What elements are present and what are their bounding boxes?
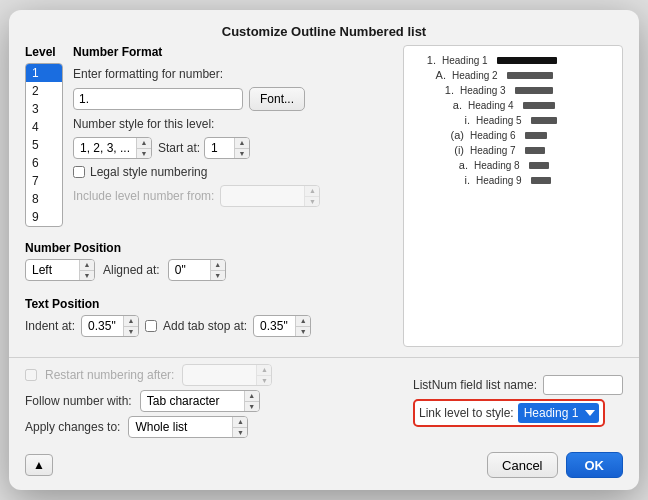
legal-numbering-checkbox[interactable] [73, 166, 85, 178]
style-select-display: 1, 2, 3, ... [74, 141, 136, 155]
preview-item-6: (a) Heading 6 [414, 129, 612, 141]
level-item-3[interactable]: 3 [26, 100, 62, 118]
format-input[interactable] [73, 88, 243, 110]
include-level-down: ▼ [305, 197, 319, 208]
preview-bar-2 [507, 72, 553, 79]
apply-up[interactable]: ▲ [233, 416, 247, 428]
include-level-spinner: ▲ ▼ [304, 185, 319, 207]
style-spinner-up[interactable]: ▲ [137, 137, 151, 149]
follow-label: Follow number with: [25, 394, 132, 408]
listnum-input[interactable] [543, 375, 623, 395]
start-at-spinner: ▲ ▼ [234, 137, 249, 159]
text-position-section: Text Position Indent at: 0.35" ▲ ▼ Add t… [25, 297, 393, 337]
number-format-label: Number Format [73, 45, 393, 59]
level-item-5[interactable]: 5 [26, 136, 62, 154]
indent-down[interactable]: ▼ [124, 327, 138, 338]
include-level-up: ▲ [305, 185, 319, 197]
follow-up[interactable]: ▲ [245, 390, 259, 402]
preview-bar-7 [525, 147, 545, 154]
preview-number-3: 1. [436, 84, 454, 96]
level-item-9[interactable]: 9 [26, 208, 62, 226]
add-tab-down[interactable]: ▼ [296, 327, 310, 338]
add-tab-checkbox[interactable] [145, 320, 157, 332]
apply-select[interactable]: Whole list ▲ ▼ [128, 416, 248, 438]
aligned-up[interactable]: ▲ [211, 259, 225, 271]
style-label: Number style for this level: [73, 117, 214, 131]
footer: ▲ Cancel OK [9, 444, 639, 490]
position-up[interactable]: ▲ [80, 259, 94, 271]
follow-row: Follow number with: Tab character ▲ ▼ [25, 390, 403, 412]
footer-left: ▲ [25, 454, 53, 476]
preview-item-3: 1. Heading 3 [414, 84, 612, 96]
preview-bar-6 [525, 132, 547, 139]
text-position-row: Indent at: 0.35" ▲ ▼ Add tab stop at: 0.… [25, 315, 393, 337]
indent-spinner: ▲ ▼ [123, 315, 138, 337]
follow-value: Tab character [141, 394, 244, 408]
restart-select: ▲ ▼ [182, 364, 272, 386]
aligned-input-wrapper: 0" ▲ ▼ [168, 259, 226, 281]
left-panel: Level 1 2 3 4 5 6 7 8 9 Number F [25, 45, 393, 347]
style-select-wrapper: 1, 2, 3, ... ▲ ▼ [73, 137, 152, 159]
restart-label: Restart numbering after: [45, 368, 174, 382]
level-item-7[interactable]: 7 [26, 172, 62, 190]
preview-bar-5 [531, 117, 557, 124]
preview-item-9: i. Heading 9 [414, 174, 612, 186]
level-item-2[interactable]: 2 [26, 82, 62, 100]
style-select-row: 1, 2, 3, ... ▲ ▼ Start at: 1 ▲ [73, 137, 393, 159]
restart-row: Restart numbering after: ▲ ▼ [25, 364, 403, 386]
listnum-label: ListNum field list name: [413, 378, 537, 392]
dialog: Customize Outline Numbered list Level 1 … [9, 10, 639, 490]
add-tab-wrapper: 0.35" ▲ ▼ [253, 315, 311, 337]
preview-number-6: (a) [442, 129, 464, 141]
text-position-label: Text Position [25, 297, 393, 311]
style-spinner-down[interactable]: ▼ [137, 149, 151, 160]
position-value: Left [26, 263, 79, 277]
preview-number-8: a. [452, 159, 468, 171]
ok-button[interactable]: OK [566, 452, 624, 478]
legal-numbering-row: Legal style numbering [73, 165, 393, 179]
level-item-6[interactable]: 6 [26, 154, 62, 172]
start-at-up[interactable]: ▲ [235, 137, 249, 149]
apply-down[interactable]: ▼ [233, 428, 247, 439]
indent-up[interactable]: ▲ [124, 315, 138, 327]
position-down[interactable]: ▼ [80, 271, 94, 282]
start-at-display: 1 [205, 141, 234, 155]
preview-number-5: i. [456, 114, 470, 126]
level-format-section: Level 1 2 3 4 5 6 7 8 9 Number F [25, 45, 393, 227]
number-position-row: Left ▲ ▼ Aligned at: 0" ▲ ▼ [25, 259, 393, 281]
start-at-down[interactable]: ▼ [235, 149, 249, 160]
level-label: Level [25, 45, 63, 59]
add-tab-up[interactable]: ▲ [296, 315, 310, 327]
dialog-title: Customize Outline Numbered list [9, 10, 639, 45]
follow-down[interactable]: ▼ [245, 402, 259, 413]
add-tab-value: 0.35" [254, 319, 295, 333]
arrow-button[interactable]: ▲ [25, 454, 53, 476]
apply-value: Whole list [129, 420, 232, 434]
cancel-button[interactable]: Cancel [487, 452, 557, 478]
indent-value: 0.35" [82, 319, 123, 333]
aligned-down[interactable]: ▼ [211, 271, 225, 282]
aligned-spinner: ▲ ▼ [210, 259, 225, 281]
include-level-label: Include level number from: [73, 189, 214, 203]
position-select: Left ▲ ▼ [25, 259, 95, 281]
preview-bar-3 [515, 87, 553, 94]
level-item-1[interactable]: 1 [26, 64, 62, 82]
add-tab-label: Add tab stop at: [163, 319, 247, 333]
preview-bar-9 [531, 177, 551, 184]
enter-label: Enter formatting for number: [73, 67, 223, 81]
preview-bar-8 [529, 162, 549, 169]
aligned-label: Aligned at: [103, 263, 160, 277]
bottom-right-controls: ListNum field list name: Link level to s… [413, 375, 623, 427]
level-item-4[interactable]: 4 [26, 118, 62, 136]
font-button[interactable]: Font... [249, 87, 305, 111]
preview-number-9: i. [456, 174, 470, 186]
enter-format-row: Enter formatting for number: [73, 67, 393, 81]
listnum-row: ListNum field list name: [413, 375, 623, 395]
link-level-select[interactable]: Heading 1 Heading 2 Heading 3 Heading 4 … [518, 403, 599, 423]
follow-select[interactable]: Tab character ▲ ▼ [140, 390, 260, 412]
preview-number-7: (i) [444, 144, 464, 156]
include-level-row: Include level number from: ▲ ▼ [73, 185, 393, 207]
preview-item-7: (i) Heading 7 [414, 144, 612, 156]
level-item-8[interactable]: 8 [26, 190, 62, 208]
position-spinner: ▲ ▼ [79, 259, 94, 281]
